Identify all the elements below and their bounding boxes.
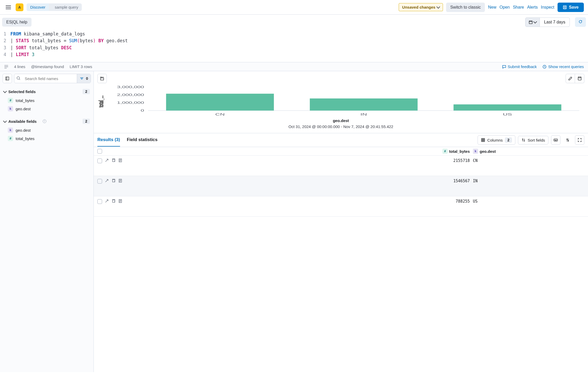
code-line[interactable]: | STATS total_bytes = SUM(bytes) BY geo.…: [10, 37, 588, 44]
number-type-icon: #: [442, 149, 448, 154]
cell-geo-dest: US: [470, 199, 584, 204]
row-checkbox[interactable]: [97, 159, 102, 163]
doc-row-icon[interactable]: [118, 199, 122, 204]
doc-row-icon[interactable]: [118, 179, 122, 184]
save-viz-button[interactable]: [575, 74, 584, 83]
breadcrumb-discover[interactable]: Discover: [27, 3, 49, 11]
nav-open[interactable]: Open: [499, 5, 510, 10]
chart-xlabel: geo.dest: [97, 118, 584, 123]
calendar-icon: [529, 20, 533, 24]
sort-fields-button[interactable]: Sort fields: [518, 136, 548, 144]
field-item[interactable]: #total_bytes: [3, 96, 91, 105]
field-name: geo.dest: [16, 128, 31, 132]
esql-editor[interactable]: 1FROM kibana_sample_data_logs2| STATS to…: [0, 29, 588, 62]
svg-rect-18: [554, 139, 558, 141]
svg-text:IN: IN: [360, 113, 367, 116]
line-number: 2: [0, 37, 10, 44]
app-header: A Discover sample query Unsaved changes …: [0, 0, 588, 15]
esql-help-button[interactable]: ES|QL help: [2, 18, 32, 27]
display-options-button[interactable]: [563, 135, 572, 145]
save-icon: [578, 76, 582, 81]
code-line[interactable]: | LIMIT 3: [10, 51, 588, 58]
comment-icon: [502, 65, 506, 69]
fullscreen-button[interactable]: [575, 135, 584, 145]
number-type-icon: #: [8, 136, 13, 141]
info-icon[interactable]: ?: [43, 119, 46, 123]
chart: total_...3,000,0002,000,0001,000,0000CNI…: [94, 86, 588, 133]
keyboard-shortcuts-button[interactable]: [551, 135, 560, 145]
col-header-geo-dest[interactable]: k geo.dest: [470, 149, 584, 154]
date-quick-button[interactable]: [525, 17, 540, 27]
menu-toggle-button[interactable]: [4, 5, 12, 9]
code-line[interactable]: FROM kibana_sample_data_logs: [10, 31, 588, 37]
chevron-down-icon: [436, 5, 440, 9]
table-row: 788255US: [94, 196, 588, 217]
switch-classic-button[interactable]: Switch to classic: [446, 3, 485, 12]
selected-fields-count: 2: [83, 89, 90, 94]
nav-inspect[interactable]: Inspect: [541, 5, 554, 10]
selected-fields-header[interactable]: Selected fields 2: [3, 87, 91, 96]
search-icon: [14, 76, 23, 81]
edit-viz-button[interactable]: [566, 74, 575, 83]
field-search-input[interactable]: [23, 76, 77, 81]
columns-button[interactable]: Columns 2: [478, 135, 515, 145]
svg-text:US: US: [503, 113, 512, 116]
keyword-type-icon: k: [473, 149, 478, 154]
table-row: 1546567IN: [94, 176, 588, 196]
expand-row-icon[interactable]: [105, 179, 109, 184]
expand-icon[interactable]: [4, 65, 8, 69]
content-area: total_...3,000,0002,000,0001,000,0000CNI…: [94, 71, 588, 372]
svg-point-5: [17, 77, 20, 79]
breadcrumb: Discover sample query: [27, 3, 82, 11]
cell-geo-dest: IN: [470, 179, 584, 183]
select-all-checkbox[interactable]: [97, 149, 102, 154]
available-fields-header[interactable]: Available fields ? 2: [3, 117, 91, 126]
unsaved-changes-badge[interactable]: Unsaved changes: [399, 3, 443, 11]
refresh-button[interactable]: [575, 17, 586, 27]
row-checkbox[interactable]: [97, 179, 102, 184]
tab-results[interactable]: Results (3): [97, 134, 120, 147]
save-button[interactable]: Save: [558, 3, 584, 12]
svg-text:total_...: total_...: [98, 96, 105, 107]
svg-text:1,000,000: 1,000,000: [117, 101, 144, 105]
expand-row-icon[interactable]: [105, 158, 109, 163]
nav-alerts[interactable]: Alerts: [527, 5, 538, 10]
cell-total-bytes: 2155718: [129, 158, 470, 163]
doc-row-icon[interactable]: [118, 158, 122, 163]
table-header: # total_bytes k geo.dest: [94, 147, 588, 156]
code-line[interactable]: | SORT total_bytes DESC: [10, 44, 588, 51]
cell-geo-dest: CN: [470, 158, 584, 163]
chevron-down-icon: [3, 89, 7, 93]
refresh-icon: [578, 20, 583, 24]
bar[interactable]: [454, 105, 561, 111]
field-filter-button[interactable]: 0: [77, 74, 91, 83]
copy-row-icon[interactable]: [111, 199, 116, 204]
svg-rect-6: [101, 78, 104, 80]
bar[interactable]: [166, 94, 274, 111]
toggle-sidebar-button[interactable]: [3, 74, 12, 83]
nav-share[interactable]: Share: [513, 5, 524, 10]
tab-field-statistics[interactable]: Field statistics: [127, 134, 158, 147]
nav-new[interactable]: New: [488, 5, 496, 10]
field-item[interactable]: kgeo.dest: [3, 126, 91, 134]
field-item[interactable]: #total_bytes: [3, 134, 91, 143]
field-item[interactable]: kgeo.dest: [3, 105, 91, 113]
cell-total-bytes: 788255: [129, 199, 470, 204]
layout-icon: [5, 76, 9, 81]
recent-queries-link[interactable]: Show recent queries: [542, 64, 584, 69]
date-range-label[interactable]: Last 7 days: [540, 17, 570, 27]
row-checkbox[interactable]: [97, 199, 102, 204]
toggle-chart-button[interactable]: [97, 74, 107, 83]
bar[interactable]: [310, 99, 418, 111]
expand-row-icon[interactable]: [105, 199, 109, 204]
submit-feedback-link[interactable]: Submit feedback: [502, 64, 537, 69]
space-avatar[interactable]: A: [16, 3, 23, 11]
line-number: 4: [0, 51, 10, 58]
status-timestamp: @timestamp found: [31, 64, 64, 69]
chevron-down-icon: [3, 119, 7, 123]
copy-row-icon[interactable]: [111, 158, 116, 163]
col-header-total-bytes[interactable]: # total_bytes: [129, 149, 470, 154]
cell-total-bytes: 1546567: [129, 179, 470, 183]
copy-row-icon[interactable]: [111, 179, 116, 184]
status-lines: 4 lines: [14, 64, 25, 69]
